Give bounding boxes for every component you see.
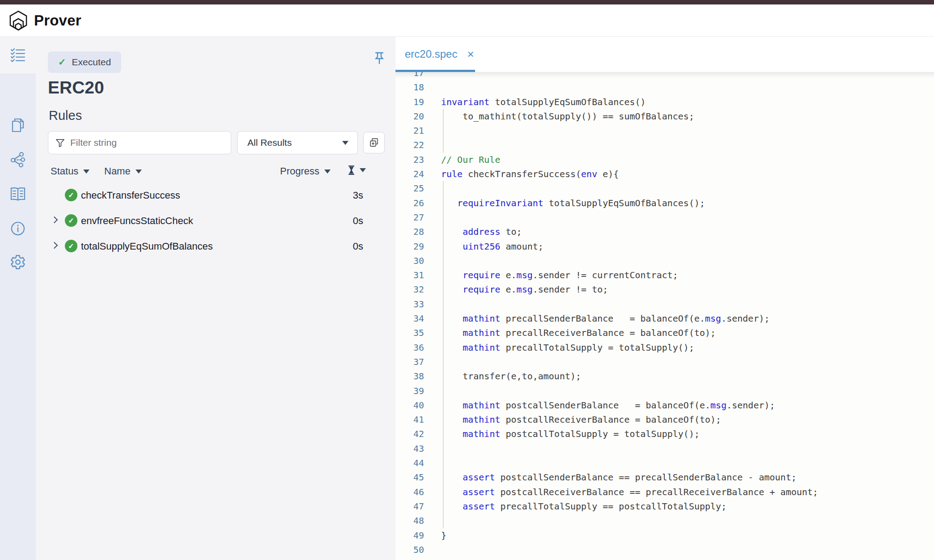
sidebar-item-settings[interactable] bbox=[0, 245, 36, 279]
expand-chevron-icon[interactable] bbox=[51, 242, 58, 249]
code-text: mathint postcallReceiverBalance = balanc… bbox=[441, 412, 721, 427]
prover-logo: Prover bbox=[8, 10, 81, 31]
duplicate-view-button[interactable] bbox=[363, 132, 385, 153]
verified-status-icon: ✓ bbox=[65, 240, 77, 252]
verified-status-icon: ✓ bbox=[65, 214, 77, 227]
code-line: 40 mathint postcallSenderBalance = balan… bbox=[395, 398, 934, 412]
indent-guide bbox=[443, 355, 444, 369]
status-badge: ✓ Executed bbox=[48, 51, 121, 73]
rules-checklist-icon bbox=[10, 48, 25, 62]
line-number: 24 bbox=[399, 167, 424, 181]
line-number: 46 bbox=[399, 485, 424, 499]
rule-duration: 3s bbox=[353, 190, 363, 201]
pin-icon bbox=[374, 51, 385, 65]
line-number: 28 bbox=[399, 225, 424, 239]
expand-chevron-icon[interactable] bbox=[51, 216, 58, 224]
indent-guide bbox=[443, 456, 444, 470]
indent-guide bbox=[443, 384, 444, 398]
sidebar-item-docs[interactable] bbox=[0, 177, 36, 211]
rule-row[interactable]: ✓checkTransferSuccess3s bbox=[36, 185, 395, 206]
rules-panel: ✓ Executed ERC20 Rules All Results bbox=[36, 37, 395, 560]
line-number: 19 bbox=[399, 95, 424, 109]
hourglass-icon bbox=[348, 165, 355, 175]
code-line: 27 bbox=[395, 210, 934, 225]
badge-check-icon: ✓ bbox=[58, 57, 66, 68]
line-number: 32 bbox=[399, 282, 424, 297]
status-header-label: Status bbox=[51, 165, 78, 177]
duplicate-plus-icon bbox=[369, 137, 379, 148]
job-title: ERC20 bbox=[48, 78, 104, 98]
indent-guide bbox=[443, 513, 444, 528]
code-line: 26 requireInvariant totalSupplyEqSumOfBa… bbox=[395, 196, 934, 210]
rules-section-title: Rules bbox=[49, 108, 82, 123]
indent-guide bbox=[443, 181, 444, 195]
line-number: 25 bbox=[399, 181, 424, 195]
code-line: 17 bbox=[395, 72, 934, 80]
code-line: 42 mathint postcallTotalSupply = totalSu… bbox=[395, 427, 934, 441]
tab-erc20-spec[interactable]: erc20.spec × bbox=[405, 37, 474, 72]
name-column-header[interactable]: Name bbox=[104, 165, 142, 177]
line-number: 35 bbox=[399, 326, 424, 340]
indent-guide bbox=[443, 123, 444, 138]
duration-sort-header[interactable] bbox=[348, 165, 366, 175]
progress-column-header[interactable]: Progress bbox=[280, 165, 331, 177]
code-line: 38 transfer(e,to,amount); bbox=[395, 369, 934, 383]
sort-caret-icon bbox=[83, 170, 89, 174]
line-number: 50 bbox=[399, 543, 424, 557]
code-text: uint256 amount; bbox=[441, 239, 543, 254]
sidebar-item-info[interactable] bbox=[0, 212, 36, 246]
code-line: 37 bbox=[395, 355, 934, 369]
sidebar-item-files[interactable] bbox=[0, 108, 36, 142]
sidebar-item-call-graph[interactable] bbox=[0, 143, 36, 177]
line-number: 48 bbox=[399, 513, 424, 528]
sidebar-item-rules[interactable] bbox=[0, 37, 36, 73]
code-line: 46 assert postcallReceiverBalance == pre… bbox=[395, 485, 934, 499]
code-line: 36 mathint precallTotalSupply = totalSup… bbox=[395, 340, 934, 355]
code-line: 29 uint256 amount; bbox=[395, 239, 934, 254]
code-editor-area[interactable]: 171819invariant totalSupplyEqSumOfBalanc… bbox=[395, 72, 934, 560]
line-number: 38 bbox=[399, 369, 424, 383]
pin-panel-button[interactable] bbox=[369, 48, 389, 68]
line-number: 31 bbox=[399, 268, 424, 282]
chevron-down-icon bbox=[342, 141, 348, 145]
code-line: 20 to_mathint(totalSupply()) == sumOfBal… bbox=[395, 109, 934, 123]
rule-name[interactable]: totalSupplyEqSumOfBalances bbox=[81, 241, 213, 252]
code-text: invariant totalSupplyEqSumOfBalances() bbox=[441, 95, 646, 109]
prover-hexagon-logo-icon bbox=[8, 10, 29, 31]
app-root: Prover bbox=[0, 0, 934, 560]
code-line: 22 bbox=[395, 138, 934, 152]
code-text: mathint postcallSenderBalance = balanceO… bbox=[441, 398, 775, 412]
window-top-strip bbox=[0, 0, 934, 4]
filter-input[interactable] bbox=[70, 137, 224, 148]
verified-status-icon: ✓ bbox=[65, 189, 77, 201]
rule-name[interactable]: checkTransferSuccess bbox=[81, 190, 180, 201]
left-sidebar bbox=[0, 37, 36, 560]
code-text: mathint precallTotalSupply = totalSupply… bbox=[441, 340, 694, 355]
code-text: transfer(e,to,amount); bbox=[441, 369, 581, 383]
line-number: 42 bbox=[399, 427, 424, 441]
code-text: assert postcallSenderBalance == precallS… bbox=[441, 470, 797, 484]
line-number: 20 bbox=[399, 109, 424, 123]
line-number: 41 bbox=[399, 412, 424, 427]
code-text: assert precallTotalSupply == postcallTot… bbox=[441, 499, 726, 513]
rule-row[interactable]: ✓envfreeFuncsStaticCheck0s bbox=[36, 210, 395, 232]
line-number: 47 bbox=[399, 499, 424, 513]
code-text: mathint precallReceiverBalance = balance… bbox=[441, 326, 716, 340]
tab-close-icon[interactable]: × bbox=[467, 48, 474, 60]
code-text: to_mathint(totalSupply()) == sumOfBalanc… bbox=[441, 109, 694, 123]
code-line: 31 require e.msg.sender != currentContra… bbox=[395, 268, 934, 282]
settings-gear-icon bbox=[10, 254, 26, 270]
info-icon bbox=[10, 221, 25, 236]
line-number: 39 bbox=[399, 384, 424, 398]
code-line: 51 bbox=[395, 557, 934, 560]
rule-row[interactable]: ✓totalSupplyEqSumOfBalances0s bbox=[36, 236, 395, 257]
status-column-header[interactable]: Status bbox=[51, 165, 89, 177]
rule-name[interactable]: envfreeFuncsStaticCheck bbox=[81, 215, 193, 227]
indent-guide bbox=[443, 441, 444, 456]
code-line: 32 require e.msg.sender != to; bbox=[395, 282, 934, 297]
results-filter-dropdown[interactable]: All Results bbox=[237, 131, 358, 154]
code-line: 43 bbox=[395, 441, 934, 456]
spec-editor: erc20.spec × 171819invariant totalSupply… bbox=[395, 37, 934, 560]
code-text: rule checkTransferSuccess(env e){ bbox=[441, 167, 619, 181]
code-line: 25 bbox=[395, 181, 934, 195]
